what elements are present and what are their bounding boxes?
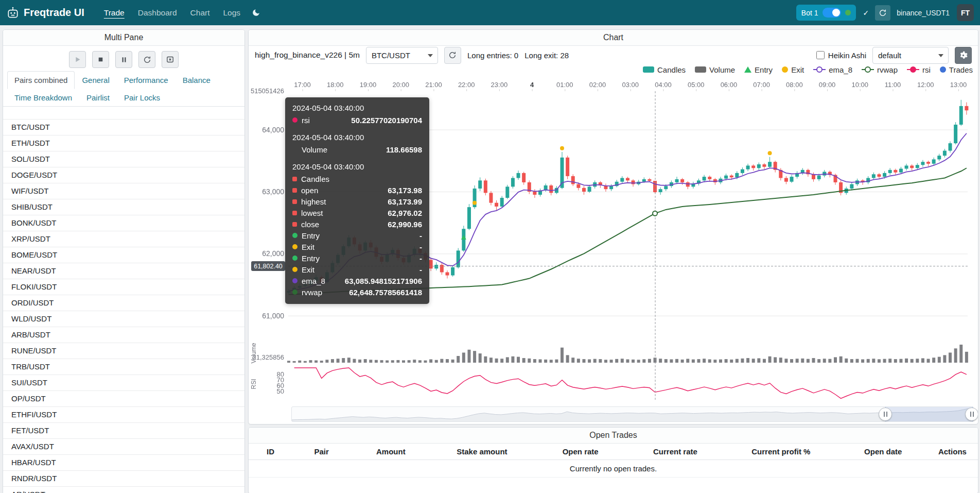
heikin-ashi-label: Heikin Ashi — [828, 51, 866, 60]
reload-bot-button[interactable] — [138, 51, 155, 68]
pair-select[interactable]: BTC/USDT — [366, 47, 438, 64]
legend-item-candles[interactable]: Candles — [643, 65, 686, 74]
tooltip-row: Volume118.66598 — [292, 144, 422, 155]
long-exit-label: Long exit: 28 — [524, 51, 569, 60]
pair-list-item[interactable]: OP/USDT — [3, 391, 244, 407]
datazoom-track[interactable] — [291, 406, 974, 422]
column-header: Current rate — [628, 444, 723, 460]
legend-label: rvwap — [877, 65, 898, 74]
legend-item-trades[interactable]: Trades — [940, 65, 973, 74]
pair-list-item[interactable]: BOME/USDT — [3, 247, 244, 263]
theme-toggle-button[interactable] — [250, 6, 262, 19]
heikin-ashi-checkbox[interactable] — [816, 51, 825, 59]
tooltip-row: lowest62,976.02 — [292, 207, 422, 218]
pair-list-item[interactable]: FET/USDT — [3, 423, 244, 439]
moon-icon — [252, 8, 260, 17]
legend-item-exit[interactable]: Exit — [782, 65, 804, 74]
pause-bot-button[interactable] — [115, 51, 132, 68]
tooltip-series-value: - — [419, 265, 422, 274]
series-marker-icon — [292, 267, 297, 272]
pair-list-item[interactable]: WLD/USDT — [3, 311, 244, 327]
navbar: Freqtrade UI TradeDashboardChartLogs Bot… — [0, 0, 980, 25]
nav-item-chart[interactable]: Chart — [184, 4, 216, 22]
legend-item-ema_8[interactable]: ema_8 — [813, 65, 852, 74]
series-marker-icon — [292, 290, 297, 295]
legend-item-volume[interactable]: Volume — [695, 65, 735, 74]
pair-list-item[interactable]: SUI/USDT — [3, 375, 244, 391]
legend-label: Entry — [755, 65, 773, 74]
toggle-knob — [832, 9, 840, 16]
pair-list-item[interactable]: RUNE/USDT — [3, 343, 244, 359]
pair-list-item[interactable]: AR/USDT — [3, 487, 244, 493]
pair-list-item[interactable]: AVAX/USDT — [3, 439, 244, 455]
user-avatar[interactable]: FT — [957, 4, 974, 21]
series-marker-icon — [292, 199, 297, 204]
legend-item-entry[interactable]: Entry — [744, 65, 773, 74]
forget-bot-button[interactable] — [162, 51, 179, 68]
pair-list-item[interactable]: DOGE/USDT — [3, 167, 244, 183]
datazoom-handle-left[interactable] — [879, 407, 892, 421]
nav-item-dashboard[interactable]: Dashboard — [132, 4, 183, 22]
pair-list-item[interactable]: ORDI/USDT — [3, 295, 244, 311]
pair-list-item[interactable]: ETH/USDT — [3, 135, 244, 151]
chart-refresh-button[interactable] — [444, 47, 461, 64]
bot-enable-toggle[interactable] — [822, 8, 841, 18]
pair-list-item[interactable]: HBAR/USDT — [3, 455, 244, 471]
refresh-button[interactable] — [875, 5, 890, 21]
chart-panel: Chart high_frog_binance_v226 | 5m BTC/US… — [248, 29, 978, 424]
nav-item-logs[interactable]: Logs — [217, 4, 247, 22]
pair-list-item[interactable]: SOL/USDT — [3, 151, 244, 167]
tab-pair-locks[interactable]: Pair Locks — [117, 89, 167, 107]
rvwap-legend-icon — [862, 69, 874, 70]
tab-pairlist[interactable]: Pairlist — [79, 89, 117, 107]
tooltip-series-value: - — [419, 231, 422, 240]
brand-title: Freqtrade UI — [24, 7, 84, 19]
tab-performance[interactable]: Performance — [117, 71, 176, 89]
tooltip-row: ema_863,085.948152171906 — [292, 275, 422, 286]
plot-settings-button[interactable] — [955, 47, 972, 64]
datazoom-selection[interactable] — [885, 407, 973, 421]
legend-label: ema_8 — [829, 65, 852, 74]
column-header: Stake amount — [431, 444, 533, 460]
tab-pairs-combined[interactable]: Pairs combined — [7, 71, 75, 89]
tab-general[interactable]: General — [75, 71, 116, 89]
tooltip-row: Entry- — [292, 252, 422, 264]
pair-list-item[interactable]: ETHFI/USDT — [3, 407, 244, 423]
tooltip-series-label: Entry — [302, 231, 320, 240]
pair-list-item[interactable]: FLOKI/USDT — [3, 279, 244, 295]
tooltip-row: open63,173.98 — [292, 184, 422, 196]
tooltip-series-value: 62,990.96 — [388, 220, 422, 229]
marker-spacer — [292, 147, 297, 152]
datazoom-handle-right[interactable] — [965, 407, 978, 421]
nav-item-trade[interactable]: Trade — [98, 4, 131, 22]
check-icon: ✓ — [863, 9, 869, 17]
bot-selector[interactable]: Bot 1 — [796, 5, 856, 21]
plot-config-select[interactable]: default — [872, 47, 949, 64]
play-bot-button[interactable] — [69, 51, 86, 68]
brand-link[interactable]: Freqtrade UI — [6, 6, 84, 20]
pair-list-item[interactable]: NEAR/USDT — [3, 263, 244, 279]
legend-item-rsi[interactable]: rsi — [907, 65, 931, 74]
tab-time-breakdown[interactable]: Time Breakdown — [7, 89, 79, 107]
tooltip-series-label: highest — [301, 197, 326, 206]
chart-area: 61,802.40 2024-05-04 03:40:00rsi50.22577… — [249, 79, 978, 405]
tooltip-row: Candles — [292, 173, 422, 184]
pair-list-item[interactable]: TRB/USDT — [3, 359, 244, 375]
pair-list-item[interactable]: WIF/USDT — [3, 183, 244, 199]
open-trades-panel: Open Trades IDPairAmountStake amountOpen… — [248, 427, 978, 493]
tooltip-series-value: 63,173.99 — [388, 197, 422, 206]
tooltip-row: highest63,173.99 — [292, 196, 422, 207]
forget-icon — [166, 55, 174, 64]
pair-list-item[interactable]: BONK/USDT — [3, 215, 244, 231]
stop-bot-button[interactable] — [92, 51, 109, 68]
legend-item-rvwap[interactable]: rvwap — [862, 65, 898, 74]
pair-list-item[interactable]: RNDR/USDT — [3, 471, 244, 487]
pair-list-item[interactable]: BTC/USDT — [3, 120, 244, 135]
pair-list-item[interactable]: ARB/USDT — [3, 327, 244, 343]
empty-trades-message: Currently no open trades. — [249, 460, 978, 478]
pair-list-item[interactable]: XRP/USDT — [3, 231, 244, 247]
tab-balance[interactable]: Balance — [176, 71, 218, 89]
tooltip-group: 2024-05-04 03:40:00rsi50.22577020190704 — [292, 104, 422, 126]
pair-list-item[interactable]: SHIB/USDT — [3, 199, 244, 215]
exchange-account-label: binance_USDT1 — [897, 9, 950, 17]
